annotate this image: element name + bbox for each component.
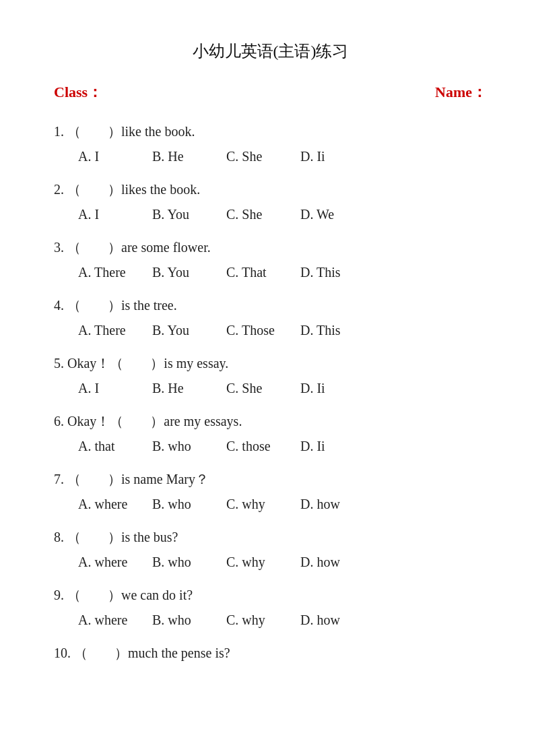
question-text: 7. （ ）is name Mary？: [54, 469, 487, 489]
option-item: C. why: [226, 551, 300, 573]
question-block: 10. （ ）much the pense is?: [54, 643, 487, 663]
option-item: B. who: [152, 493, 226, 515]
option-item: D. Ii: [300, 377, 374, 399]
option-item: C. those: [226, 435, 300, 457]
option-item: B. who: [152, 435, 226, 457]
option-item: D. We: [300, 203, 374, 225]
question-block: 9. （ ）we can do it?A. whereB. whoC. whyD…: [54, 585, 487, 631]
option-item: A. I: [78, 377, 152, 399]
options-row: A. ThereB. YouC. ThoseD. This: [54, 319, 487, 341]
option-item: D. how: [300, 551, 374, 573]
option-item: A. There: [78, 319, 152, 341]
option-item: A. where: [78, 609, 152, 631]
option-item: B. You: [152, 261, 226, 283]
class-label: Class：: [54, 82, 102, 102]
question-block: 1. （ ）like the book.A. IB. HeC. SheD. Ii: [54, 121, 487, 167]
option-item: D. This: [300, 261, 374, 283]
options-row: A. ThereB. YouC. ThatD. This: [54, 261, 487, 283]
question-text: 4. （ ）is the tree.: [54, 295, 487, 315]
question-block: 5. Okay！（ ）is my essay.A. IB. HeC. SheD.…: [54, 353, 487, 399]
question-text: 6. Okay！（ ）are my essays.: [54, 411, 487, 431]
option-item: C. Those: [226, 319, 300, 341]
question-text: 1. （ ）like the book.: [54, 121, 487, 141]
question-block: 8. （ ）is the bus?A. whereB. whoC. whyD. …: [54, 527, 487, 573]
options-row: A. whereB. whoC. whyD. how: [54, 609, 487, 631]
option-item: D. how: [300, 609, 374, 631]
question-text: 3. （ ）are some flower.: [54, 237, 487, 257]
question-text: 2. （ ）likes the book.: [54, 179, 487, 199]
option-item: D. Ii: [300, 146, 374, 167]
option-item: C. That: [226, 261, 300, 283]
question-text: 10. （ ）much the pense is?: [54, 643, 487, 663]
option-item: A. I: [78, 203, 152, 225]
option-item: D. how: [300, 493, 374, 515]
option-item: B. You: [152, 319, 226, 341]
options-row: A. IB. HeC. SheD. Ii: [54, 377, 487, 399]
option-item: D. This: [300, 319, 374, 341]
question-text: 5. Okay！（ ）is my essay.: [54, 353, 487, 373]
options-row: A. IB. YouC. SheD. We: [54, 203, 487, 225]
question-block: 2. （ ）likes the book.A. IB. YouC. SheD. …: [54, 179, 487, 225]
option-item: C. She: [226, 146, 300, 167]
option-item: C. why: [226, 493, 300, 515]
options-row: A. IB. HeC. SheD. Ii: [54, 146, 487, 167]
option-item: A. where: [78, 493, 152, 515]
question-block: 7. （ ）is name Mary？A. whereB. whoC. whyD…: [54, 469, 487, 515]
option-item: A. I: [78, 146, 152, 167]
option-item: D. Ii: [300, 435, 374, 457]
option-item: C. She: [226, 203, 300, 225]
option-item: B. He: [152, 146, 226, 167]
name-label: Name：: [435, 82, 487, 102]
option-item: A. where: [78, 551, 152, 573]
options-row: A. whereB. whoC. whyD. how: [54, 493, 487, 515]
options-row: A. thatB. whoC. thoseD. Ii: [54, 435, 487, 457]
question-block: 3. （ ）are some flower.A. ThereB. YouC. T…: [54, 237, 487, 283]
option-item: A. There: [78, 261, 152, 283]
option-item: C. why: [226, 609, 300, 631]
question-text: 8. （ ）is the bus?: [54, 527, 487, 547]
question-text: 9. （ ）we can do it?: [54, 585, 487, 605]
option-item: B. He: [152, 377, 226, 399]
page-title: 小幼儿英语(主语)练习: [54, 40, 487, 62]
option-item: B. who: [152, 551, 226, 573]
option-item: B. who: [152, 609, 226, 631]
option-item: A. that: [78, 435, 152, 457]
option-item: C. She: [226, 377, 300, 399]
question-block: 6. Okay！（ ）are my essays.A. thatB. whoC.…: [54, 411, 487, 457]
question-block: 4. （ ）is the tree.A. ThereB. YouC. Those…: [54, 295, 487, 341]
options-row: A. whereB. whoC. whyD. how: [54, 551, 487, 573]
option-item: B. You: [152, 203, 226, 225]
